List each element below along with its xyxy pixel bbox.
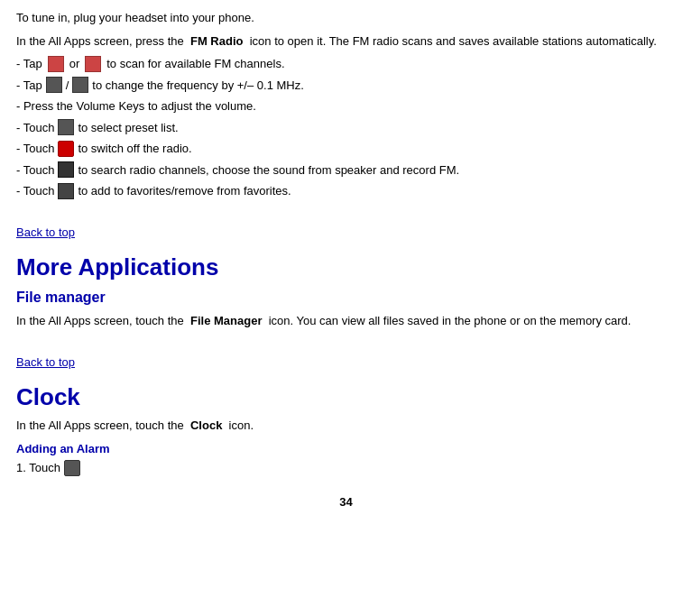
divider-1	[16, 207, 676, 215]
back-to-top-link-2[interactable]: Back to top	[16, 354, 676, 372]
file-manager-pre: In the All Apps screen, touch the	[16, 314, 184, 327]
clock-post: icon.	[229, 418, 254, 432]
fm-radio-bold: FM Radio	[190, 34, 244, 48]
list-item-search-prefix: - Touch	[16, 161, 54, 179]
file-manager-paragraph: In the All Apps screen, touch the File M…	[16, 312, 676, 330]
scan-icon-left	[48, 56, 64, 72]
list-item-preset-suffix: to select preset list.	[78, 119, 178, 137]
list-item-switch-prefix: - Touch	[16, 140, 54, 158]
list-item-scan-connector: or	[69, 55, 80, 73]
scan-icon-right	[85, 56, 101, 72]
freq-icon-right	[72, 77, 88, 93]
adding-alarm-subtitle: Adding an Alarm	[16, 440, 676, 458]
list-item-freq-suffix: to change the frequency by +/– 0.1 MHz.	[92, 77, 304, 95]
list-item-fav-prefix: - Touch	[16, 182, 54, 200]
clock-section: Clock In the All Apps screen, touch the …	[16, 380, 676, 477]
search-channel-icon	[58, 161, 74, 178]
alarm-step1-pre: 1. Touch	[16, 459, 60, 477]
list-item-freq-slash: /	[66, 77, 69, 95]
list-item-preset-prefix: - Touch	[16, 119, 54, 137]
list-item-volume: - Press the Volume Keys to adjust the vo…	[16, 97, 676, 115]
list-item-scan-suffix: to scan for available FM channels.	[106, 55, 284, 73]
list-item-switch-suffix: to switch off the radio.	[78, 140, 191, 158]
alarm-step-1: 1. Touch	[16, 459, 676, 477]
clock-pre: In the All Apps screen, touch the	[16, 418, 184, 432]
list-item-search-suffix: to search radio channels, choose the sou…	[78, 161, 459, 179]
fm-radio-post: icon to open it. The FM radio scans and …	[250, 34, 657, 48]
alarm-icon	[64, 460, 80, 476]
fm-radio-paragraph: In the All Apps screen, press the FM Rad…	[16, 32, 676, 51]
preset-icon	[58, 119, 74, 135]
more-apps-section: More Applications File manager In the Al…	[16, 250, 676, 330]
list-item-volume-text: - Press the Volume Keys to adjust the vo…	[16, 97, 256, 115]
list-item-fav: - Touch to add to favorites/remove from …	[16, 182, 676, 200]
fm-radio-pre: In the All Apps screen, press the	[16, 34, 184, 48]
clock-title: Clock	[16, 380, 676, 415]
switch-icon	[58, 141, 74, 157]
list-item-scan-prefix: - Tap	[16, 55, 42, 73]
file-manager-subtitle: File manager	[16, 287, 676, 308]
fav-icon	[58, 183, 74, 199]
list-item-scan: - Tap or to scan for available FM channe…	[16, 55, 676, 73]
list-item-preset: - Touch to select preset list.	[16, 119, 676, 137]
more-apps-title: More Applications	[16, 250, 676, 285]
list-item-fav-suffix: to add to favorites/remove from favorite…	[78, 182, 291, 200]
list-item-freq-prefix: - Tap	[16, 77, 42, 95]
clock-paragraph: In the All Apps screen, touch the Clock …	[16, 417, 676, 435]
back-to-top-link-1[interactable]: Back to top	[16, 224, 676, 242]
file-manager-post: icon. You can view all files saved in th…	[269, 314, 632, 327]
page-number: 34	[16, 493, 676, 511]
tune-text: To tune in, plug your headset into your …	[16, 9, 676, 27]
divider-2	[16, 337, 676, 345]
clock-bold: Clock	[190, 418, 222, 432]
list-item-switch: - Touch to switch off the radio.	[16, 140, 676, 158]
list-item-freq: - Tap / to change the frequency by +/– 0…	[16, 77, 676, 95]
list-item-search: - Touch to search radio channels, choose…	[16, 161, 676, 179]
file-manager-bold: File Manager	[190, 314, 262, 327]
freq-icon-left	[46, 77, 62, 93]
